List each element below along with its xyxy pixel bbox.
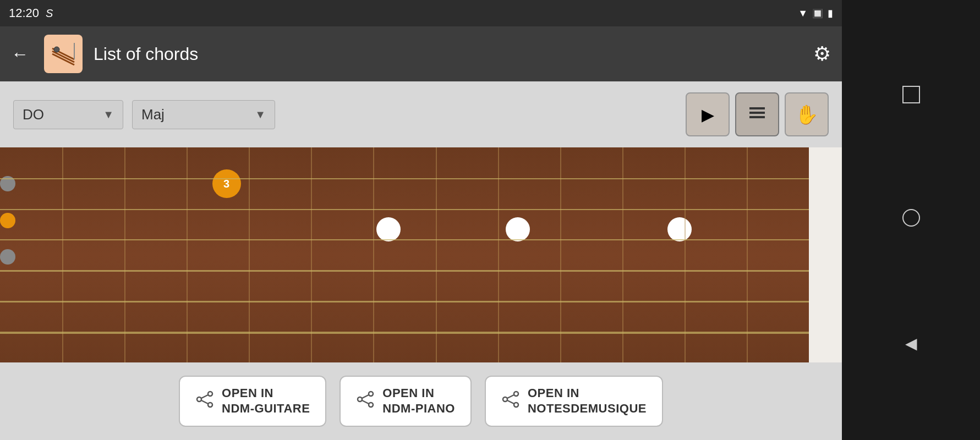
wifi-icon: ▼ <box>798 8 808 19</box>
android-back-button[interactable]: ◀ <box>900 332 922 354</box>
ndm-guitare-line2: NDM-GUITARE <box>222 401 310 417</box>
hand-icon: ✋ <box>795 103 818 125</box>
android-nav: ◀ <box>842 0 980 440</box>
string-line-3 <box>0 239 809 240</box>
settings-button[interactable]: ⚙ <box>813 42 831 65</box>
side-dot-string-4 <box>0 213 15 228</box>
svg-point-9 <box>208 392 212 396</box>
fret-line-12 <box>747 147 748 362</box>
fret-line-1 <box>62 147 63 362</box>
fret-line-11 <box>685 147 686 362</box>
chord-type-value: Maj <box>141 106 165 123</box>
ndm-piano-line2: NDM-PIANO <box>382 401 455 417</box>
svg-line-23 <box>507 400 514 404</box>
share-icon-notesdemusique <box>501 390 520 413</box>
svg-point-4 <box>54 47 59 52</box>
status-time: 12:20 <box>9 6 39 20</box>
app-bar: ← List of chords ⚙ <box>0 26 842 81</box>
svg-point-16 <box>358 397 362 402</box>
main-screen: 12:20 S ▼ 🔲 ▮ ← List of chords ⚙ <box>0 0 842 440</box>
svg-point-15 <box>369 403 373 407</box>
notesdemusique-line1: OPEN IN <box>528 386 647 402</box>
fret-line-7 <box>436 147 437 362</box>
svg-point-14 <box>369 392 373 396</box>
string-line-6 <box>0 332 809 334</box>
share-icon-piano <box>356 390 375 413</box>
svg-point-11 <box>197 397 201 402</box>
play-button[interactable]: ▶ <box>686 92 730 136</box>
svg-line-17 <box>362 395 369 398</box>
battery-icon: ▮ <box>828 7 833 19</box>
string-line-4 <box>0 270 809 272</box>
fret-line-8 <box>498 147 499 362</box>
page-title: List of chords <box>94 44 802 64</box>
status-left: 12:20 S <box>9 6 53 20</box>
fret-line-4 <box>249 147 250 362</box>
key-dropdown-arrow: ▼ <box>103 108 114 121</box>
svg-point-19 <box>514 392 518 396</box>
fret-line-3 <box>187 147 188 362</box>
fret-line-5 <box>311 147 312 362</box>
ndm-guitare-line1: OPEN IN <box>222 386 310 402</box>
svg-line-13 <box>201 400 208 404</box>
svg-point-20 <box>514 403 518 407</box>
fret-line-10 <box>622 147 623 362</box>
notesdemusique-line2: NOTESDEMUSIQUE <box>528 401 647 417</box>
string-line-2 <box>0 209 809 210</box>
bottom-buttons: OPEN IN NDM-GUITARE OPEN IN NDM-PIANO <box>0 362 842 440</box>
ndm-piano-line1: OPEN IN <box>382 386 455 402</box>
finger-dot-1: 3 <box>212 169 241 198</box>
fretboard[interactable]: 3 <box>0 147 809 362</box>
fret-line-9 <box>560 147 561 362</box>
hand-button[interactable]: ✋ <box>785 92 829 136</box>
android-recent-button[interactable] <box>902 86 920 103</box>
finger-dot-4 <box>667 217 692 241</box>
notesdemusique-label: OPEN IN NOTESDEMUSIQUE <box>528 386 647 417</box>
svg-rect-7 <box>749 112 765 114</box>
svg-line-22 <box>507 395 514 398</box>
key-dropdown[interactable]: DO ▼ <box>13 100 123 129</box>
svg-rect-6 <box>749 107 765 109</box>
action-buttons: ▶ ✋ <box>686 92 829 136</box>
finger-dot-2 <box>376 217 401 241</box>
controls-area: DO ▼ Maj ▼ ▶ ✋ <box>0 81 842 147</box>
string-line-5 <box>0 301 809 302</box>
svg-rect-8 <box>749 116 765 118</box>
svg-point-10 <box>208 403 212 407</box>
chord-type-dropdown-arrow: ▼ <box>255 108 266 121</box>
svg-line-18 <box>362 400 369 404</box>
fret-line-6 <box>373 147 374 362</box>
open-ndm-guitare-button[interactable]: OPEN IN NDM-GUITARE <box>179 376 326 427</box>
open-ndm-piano-button[interactable]: OPEN IN NDM-PIANO <box>340 376 472 427</box>
list-icon <box>747 103 767 127</box>
status-bar: 12:20 S ▼ 🔲 ▮ <box>0 0 842 26</box>
svg-point-21 <box>503 397 507 402</box>
fretboard-container: 3 <box>0 147 842 362</box>
finger-dot-3 <box>506 217 530 241</box>
svg-line-12 <box>201 395 208 398</box>
app-icon <box>44 35 83 73</box>
list-view-button[interactable] <box>735 92 779 136</box>
chord-type-dropdown[interactable]: Maj ▼ <box>132 100 275 129</box>
back-button[interactable]: ← <box>11 44 29 64</box>
play-icon: ▶ <box>702 105 714 124</box>
sync-icon: S <box>46 7 53 20</box>
ndm-piano-label: OPEN IN NDM-PIANO <box>382 386 455 417</box>
android-home-button[interactable] <box>902 209 920 227</box>
string-line-1 <box>0 178 809 179</box>
app-logo-svg <box>47 37 80 70</box>
ndm-guitare-label: OPEN IN NDM-GUITARE <box>222 386 310 417</box>
share-icon-guitare <box>195 390 214 413</box>
side-dot-string-6 <box>0 249 15 265</box>
signal-icon: 🔲 <box>812 8 823 19</box>
open-notesdemusique-button[interactable]: OPEN IN NOTESDEMUSIQUE <box>485 376 663 427</box>
status-right: ▼ 🔲 ▮ <box>798 7 833 19</box>
fret-line-2 <box>124 147 125 362</box>
finger-dot-label-1: 3 <box>223 178 229 190</box>
key-value: DO <box>23 106 44 123</box>
